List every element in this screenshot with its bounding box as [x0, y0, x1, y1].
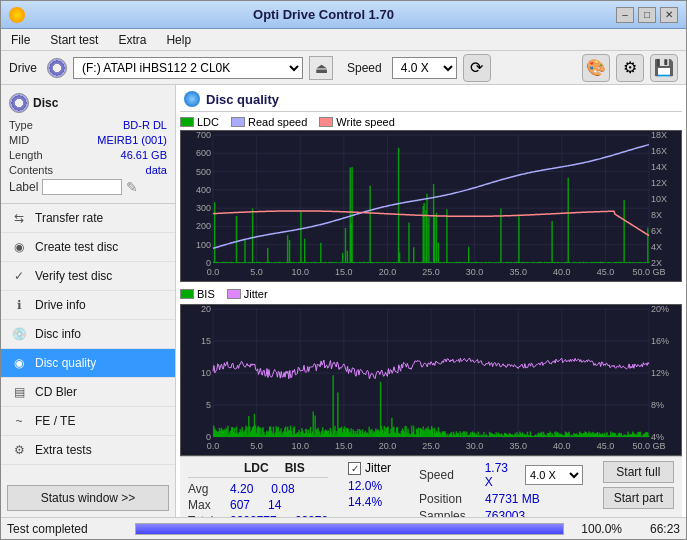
disc-length-row: Length 46.61 GB [9, 149, 167, 161]
disc-panel-icon [9, 93, 29, 113]
disc-info-icon: 💿 [11, 326, 27, 342]
disc-icon [47, 58, 67, 78]
disc-label-input[interactable] [42, 179, 122, 195]
sidebar-item-cd-bler[interactable]: ▤ CD Bler [1, 378, 175, 407]
title-bar: Opti Drive Control 1.70 – □ ✕ [1, 1, 686, 29]
legend-write-speed: Write speed [319, 116, 395, 128]
fe-te-icon: ~ [11, 413, 27, 429]
window-title: Opti Drive Control 1.70 [31, 7, 616, 22]
sidebar-item-drive-info[interactable]: ℹ Drive info [1, 291, 175, 320]
color-button[interactable]: 🎨 [582, 54, 610, 82]
disc-quality-title: Disc quality [206, 92, 279, 107]
ldc-color [180, 117, 194, 127]
read-speed-color [231, 117, 245, 127]
main-window: Opti Drive Control 1.70 – □ ✕ File Start… [0, 0, 687, 540]
nav-items: ⇆ Transfer rate ◉ Create test disc ✓ Ver… [1, 204, 175, 479]
chart2-wrapper [180, 304, 682, 456]
menu-start-test[interactable]: Start test [46, 31, 102, 49]
status-text: Test completed [7, 522, 127, 536]
legend-ldc: LDC [180, 116, 219, 128]
close-button[interactable]: ✕ [660, 7, 678, 23]
disc-quality-icon: ◉ [11, 355, 27, 371]
stats-ldc-bis: LDC BIS Avg 4.20 0.08 Max 607 14 [188, 461, 328, 517]
disc-mid-row: MID MEIRB1 (001) [9, 134, 167, 146]
create-disc-icon: ◉ [11, 239, 27, 255]
stats-jitter-col: ✓ Jitter 12.0% 14.4% [348, 461, 391, 509]
stats-area: LDC BIS Avg 4.20 0.08 Max 607 14 [180, 456, 682, 517]
write-speed-color [319, 117, 333, 127]
jitter-max-row: 14.4% [348, 495, 391, 509]
menu-extra[interactable]: Extra [114, 31, 150, 49]
jitter-avg-row: 12.0% [348, 479, 391, 493]
save-button[interactable]: 💾 [650, 54, 678, 82]
right-stats: Speed 1.73 X 4.0 X 1.0 X 2.0 X Position … [419, 461, 583, 517]
settings-button[interactable]: ⚙ [616, 54, 644, 82]
eject-button[interactable]: ⏏ [309, 56, 333, 80]
sidebar-item-disc-quality[interactable]: ◉ Disc quality [1, 349, 175, 378]
menu-bar: File Start test Extra Help [1, 29, 686, 51]
legend-jitter: Jitter [227, 288, 268, 300]
stats-speed-select[interactable]: 4.0 X 1.0 X 2.0 X [525, 465, 583, 485]
start-part-button[interactable]: Start part [603, 487, 674, 509]
legend-bis: BIS [180, 288, 215, 300]
sidebar-item-transfer-rate[interactable]: ⇆ Transfer rate [1, 204, 175, 233]
bis-color [180, 289, 194, 299]
extra-tests-icon: ⚙ [11, 442, 27, 458]
disc-quality-header-icon [184, 91, 200, 107]
legend-read-speed: Read speed [231, 116, 307, 128]
disc-type-row: Type BD-R DL [9, 119, 167, 131]
chart1-legend: LDC Read speed Write speed [180, 114, 682, 130]
position-row: Position 47731 MB [419, 492, 583, 506]
disc-panel-title: Disc [9, 93, 167, 113]
disc-quality-header: Disc quality [180, 89, 682, 112]
app-icon [9, 7, 25, 23]
progress-bar [135, 523, 564, 535]
disc-contents-row: Contents data [9, 164, 167, 176]
cd-bler-icon: ▤ [11, 384, 27, 400]
progress-percent: 100.0% [572, 522, 622, 536]
edit-label-icon[interactable]: ✎ [126, 179, 138, 195]
speed-row: Speed 1.73 X 4.0 X 1.0 X 2.0 X [419, 461, 583, 489]
stats-max-row: Max 607 14 [188, 498, 328, 512]
stats-avg-row: Avg 4.20 0.08 [188, 482, 328, 496]
window-controls: – □ ✕ [616, 7, 678, 23]
verify-disc-icon: ✓ [11, 268, 27, 284]
speed-select[interactable]: 4.0 X 1.0 X 2.0 X 6.0 X 8.0 X [392, 57, 457, 79]
main-area: Disc Type BD-R DL MID MEIRB1 (001) Lengt… [1, 85, 686, 517]
action-buttons: Start full Start part [603, 461, 674, 509]
stats-header: LDC BIS [188, 461, 328, 478]
status-bar: Test completed 100.0% 66:23 [1, 517, 686, 539]
samples-row: Samples 763003 [419, 509, 583, 517]
disc-label-row: Label ✎ [9, 179, 167, 195]
status-window-button[interactable]: Status window >> [7, 485, 169, 511]
disc-info-panel: Disc Type BD-R DL MID MEIRB1 (001) Lengt… [1, 85, 175, 204]
chart1-canvas [181, 131, 681, 281]
drive-label: Drive [9, 61, 37, 75]
menu-help[interactable]: Help [162, 31, 195, 49]
maximize-button[interactable]: □ [638, 7, 656, 23]
chart1-wrapper [180, 130, 682, 282]
speed-label: Speed [347, 61, 382, 75]
progress-fill [136, 524, 563, 534]
progress-time: 66:23 [630, 522, 680, 536]
start-full-button[interactable]: Start full [603, 461, 674, 483]
drive-info-icon: ℹ [11, 297, 27, 313]
chart2-legend: BIS Jitter [180, 286, 682, 302]
transfer-rate-icon: ⇆ [11, 210, 27, 226]
minimize-button[interactable]: – [616, 7, 634, 23]
sidebar-item-disc-info[interactable]: 💿 Disc info [1, 320, 175, 349]
menu-file[interactable]: File [7, 31, 34, 49]
chart2-canvas [181, 305, 681, 455]
sidebar-item-create-test-disc[interactable]: ◉ Create test disc [1, 233, 175, 262]
drive-select[interactable]: (F:) ATAPI iHBS112 2 CL0K [73, 57, 303, 79]
sidebar-item-verify-test-disc[interactable]: ✓ Verify test disc [1, 262, 175, 291]
drive-toolbar: Drive (F:) ATAPI iHBS112 2 CL0K ⏏ Speed … [1, 51, 686, 85]
charts-container: BIS Jitter [180, 130, 682, 456]
refresh-button[interactable]: ⟳ [463, 54, 491, 82]
sidebar: Disc Type BD-R DL MID MEIRB1 (001) Lengt… [1, 85, 176, 517]
sidebar-item-extra-tests[interactable]: ⚙ Extra tests [1, 436, 175, 465]
sidebar-item-fe-te[interactable]: ~ FE / TE [1, 407, 175, 436]
jitter-checkbox[interactable]: ✓ [348, 462, 361, 475]
chart-area: Disc quality LDC Read speed Write speed [176, 85, 686, 517]
jitter-color [227, 289, 241, 299]
